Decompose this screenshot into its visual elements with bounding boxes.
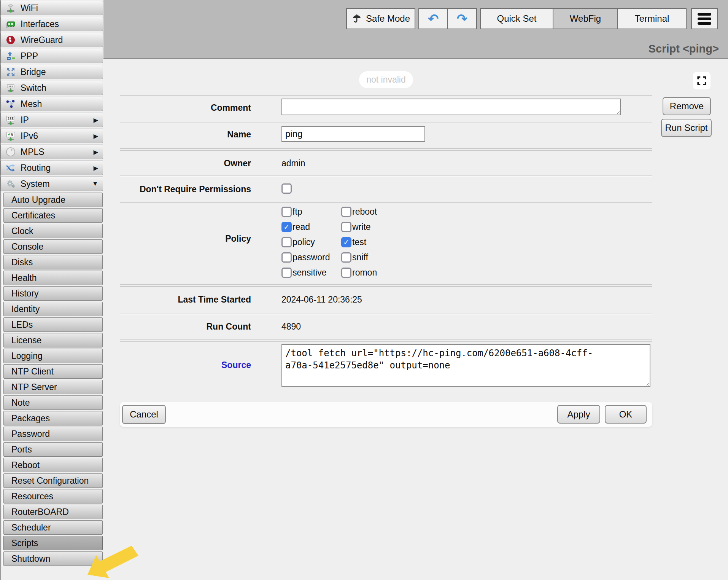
policy-password-checkbox[interactable]: ✓ xyxy=(281,252,292,263)
ppp-icon xyxy=(5,51,16,61)
policy-ftp-checkbox[interactable]: ✓ xyxy=(281,207,292,217)
sidebar-item-mesh[interactable]: Mesh xyxy=(0,97,103,111)
policy-reboot-checkbox[interactable]: ✓ xyxy=(341,207,351,217)
expand-indicator: ▼ xyxy=(92,180,98,187)
sidebar-item-label: Routing xyxy=(21,163,51,173)
interfaces-icon xyxy=(5,19,16,29)
sidebar-item-scripts[interactable]: Scripts xyxy=(3,536,103,550)
redo-icon: ↷ xyxy=(457,12,468,25)
sidebar-item-label: PPP xyxy=(21,51,38,61)
sidebar-item-mpls[interactable]: MPLS ▶ xyxy=(0,145,103,159)
policy-read-checkbox[interactable]: ✓ xyxy=(281,222,292,232)
mpls-icon xyxy=(5,147,16,157)
dont-require-permissions-checkbox[interactable]: ✓ xyxy=(281,183,292,194)
sidebar-item-label: WireGuard xyxy=(21,35,63,45)
apply-button[interactable]: Apply xyxy=(557,405,600,424)
sidebar-item-switch[interactable]: Switch xyxy=(0,81,103,95)
sidebar-item-shutdown[interactable]: Shutdown xyxy=(3,551,103,566)
sidebar-item-auto-upgrade[interactable]: Auto Upgrade xyxy=(3,193,103,207)
divider xyxy=(120,284,652,287)
fullscreen-button[interactable] xyxy=(693,72,711,89)
sidebar-item-reset-configuration[interactable]: Reset Configuration xyxy=(3,473,103,488)
divider xyxy=(120,339,652,342)
source-label[interactable]: Source xyxy=(120,360,251,370)
routing-icon xyxy=(5,163,16,173)
sidebar-item-license[interactable]: License xyxy=(3,333,103,347)
divider xyxy=(120,202,652,203)
sidebar-item-routing[interactable]: Routing ▶ xyxy=(0,161,103,175)
wireguard-icon xyxy=(5,35,16,45)
sidebar-item-label: Mesh xyxy=(21,99,42,109)
expand-indicator: ▶ xyxy=(94,132,98,140)
source-input[interactable]: /tool fetch url="https://hc-ping.com/620… xyxy=(281,344,650,387)
sidebar-item-certificates[interactable]: Certificates xyxy=(3,208,103,223)
sidebar-item-note[interactable]: Note xyxy=(3,395,103,410)
policy-romon-checkbox[interactable]: ✓ xyxy=(341,268,351,278)
sidebar-item-resources[interactable]: Resources xyxy=(3,489,103,504)
sidebar: WiFi Interfaces WireGuard PPP Bridge xyxy=(0,0,103,580)
sidebar-item-disks[interactable]: Disks xyxy=(3,255,103,269)
sidebar-item-wifi[interactable]: WiFi xyxy=(0,1,103,15)
menu-button[interactable] xyxy=(691,8,718,29)
name-input[interactable] xyxy=(281,126,425,142)
expand-indicator: ▶ xyxy=(94,164,98,172)
sidebar-item-scheduler[interactable]: Scheduler xyxy=(3,520,103,535)
sidebar-item-identity[interactable]: Identity xyxy=(3,302,103,316)
terminal-label: Terminal xyxy=(635,13,669,24)
sidebar-item-interfaces[interactable]: Interfaces xyxy=(0,17,103,31)
run-count-value: 4890 xyxy=(281,322,301,332)
policy-sniff-checkbox[interactable]: ✓ xyxy=(341,252,351,263)
cancel-button[interactable]: Cancel xyxy=(122,405,166,424)
tab-quick-set[interactable]: Quick Set xyxy=(480,8,553,29)
sidebar-item-ntp-client[interactable]: NTP Client xyxy=(3,364,103,379)
umbrella-icon xyxy=(351,13,362,24)
quick-set-label: Quick Set xyxy=(497,13,536,24)
sidebar-item-clock[interactable]: Clock xyxy=(3,224,103,238)
run-script-button[interactable]: Run Script xyxy=(661,119,712,137)
sidebar-item-password[interactable]: Password xyxy=(3,427,103,441)
sidebar-item-leds[interactable]: LEDs xyxy=(3,317,103,332)
policy-write-checkbox[interactable]: ✓ xyxy=(341,222,351,232)
sidebar-item-health[interactable]: Health xyxy=(3,271,103,285)
sidebar-item-system[interactable]: System ▼ xyxy=(0,177,103,191)
policy-test-checkbox[interactable]: ✓ xyxy=(341,237,351,247)
hamburger-icon xyxy=(698,13,711,16)
divider xyxy=(120,148,652,151)
sidebar-item-routerboard[interactable]: RouterBOARD xyxy=(3,505,103,519)
run-count-label: Run Count xyxy=(120,322,251,332)
tab-terminal[interactable]: Terminal xyxy=(617,8,687,29)
sidebar-item-console[interactable]: Console xyxy=(3,239,103,254)
sidebar-item-packages[interactable]: Packages xyxy=(3,411,103,425)
tab-webfig[interactable]: WebFig xyxy=(553,8,618,29)
sidebar-item-label: IP xyxy=(21,115,29,125)
sidebar-item-wireguard[interactable]: WireGuard xyxy=(0,33,103,47)
policy-policy-checkbox[interactable]: ✓ xyxy=(281,237,292,247)
divider xyxy=(120,122,652,123)
sidebar-item-reboot[interactable]: Reboot xyxy=(3,458,103,472)
last-time-started-value: 2024-06-11 20:36:25 xyxy=(281,295,362,305)
dont-require-permissions-label: Don't Require Permissions xyxy=(120,184,251,194)
policy-checkbox-grid: ✓ftp ✓reboot ✓read ✓write ✓policy ✓test … xyxy=(281,207,377,278)
sidebar-item-label: MPLS xyxy=(21,147,45,157)
redo-button[interactable]: ↷ xyxy=(447,8,477,29)
sidebar-item-history[interactable]: History xyxy=(3,286,103,301)
remove-button[interactable]: Remove xyxy=(663,97,711,115)
owner-label: Owner xyxy=(120,158,251,169)
sidebar-item-label: WiFi xyxy=(21,3,38,13)
divider xyxy=(120,314,652,314)
undo-button[interactable]: ↶ xyxy=(418,8,448,29)
safe-mode-label: Safe Mode xyxy=(366,13,410,24)
divider xyxy=(120,95,652,96)
expand-indicator: ▶ xyxy=(94,148,98,156)
ok-button[interactable]: OK xyxy=(605,405,647,424)
sidebar-item-logging[interactable]: Logging xyxy=(3,349,103,363)
sidebar-item-ipv6[interactable]: 6 IPv6 ▶ xyxy=(0,129,103,143)
sidebar-item-ntp-server[interactable]: NTP Server xyxy=(3,380,103,394)
comment-input[interactable] xyxy=(281,99,621,115)
sidebar-item-ppp[interactable]: PPP xyxy=(0,49,103,63)
sidebar-item-ports[interactable]: Ports xyxy=(3,442,103,457)
safe-mode-button[interactable]: Safe Mode xyxy=(346,8,415,29)
sidebar-item-ip[interactable]: 255 IP ▶ xyxy=(0,113,103,127)
policy-sensitive-checkbox[interactable]: ✓ xyxy=(281,268,292,278)
sidebar-item-bridge[interactable]: Bridge xyxy=(0,65,103,79)
